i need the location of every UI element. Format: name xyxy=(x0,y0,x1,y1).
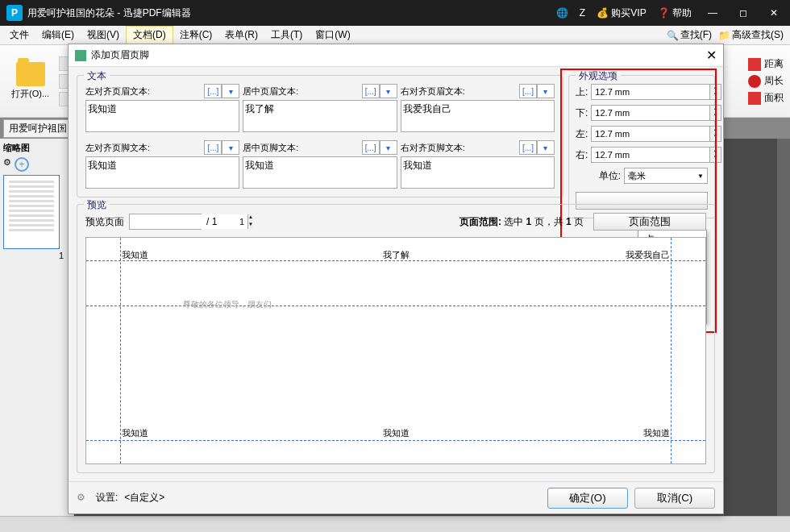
menu-file[interactable]: 文件 xyxy=(3,27,35,44)
gear-icon[interactable]: ⚙ xyxy=(3,157,11,172)
area-icon xyxy=(748,92,761,105)
insert-button-fl[interactable]: [...] xyxy=(204,140,222,155)
maximize-button[interactable]: ◻ xyxy=(734,7,753,19)
menu-edit[interactable]: 编辑(E) xyxy=(35,27,81,44)
appearance-legend: 外观选项 xyxy=(576,69,621,83)
page-range-text: 页面范围: 选中 1 页，共 1 页 xyxy=(459,215,584,229)
distance-icon xyxy=(748,58,761,71)
dialog-footer: ⚙ 设置: <自定义> 确定(O) 取消(C) xyxy=(69,481,723,513)
margin-bottom-label: 下: xyxy=(576,106,588,120)
header-center-input[interactable]: 我了解 xyxy=(243,100,397,132)
page-thumbnail[interactable] xyxy=(3,175,60,249)
insert-button-fr[interactable]: [...] xyxy=(519,140,537,155)
preview-footer-center: 我知道 xyxy=(383,427,410,439)
preview-legend: 预览 xyxy=(84,198,110,212)
scrollbar[interactable] xyxy=(777,139,790,516)
footer-center-input[interactable]: 我知道 xyxy=(243,156,397,189)
dialog-title: 添加页眉页脚 xyxy=(91,48,149,62)
menu-tools[interactable]: 工具(T) xyxy=(264,27,309,44)
unit-label: 单位: xyxy=(576,169,621,183)
header-footer-dialog: 添加页眉页脚 ✕ 文本 左对齐页眉文本:[...]▾ 我知道 居中页眉文本:[.… xyxy=(68,44,724,514)
insert-button-hc[interactable]: [...] xyxy=(362,84,380,98)
appearance-fieldset: 外观选项 上:▲▼ 下:▲▼ 左:▲▼ 右:▲▼ 单位:毫米▼ xyxy=(568,75,715,218)
menu-window[interactable]: 窗口(W) xyxy=(309,27,356,44)
preview-page-total: / 1 xyxy=(206,216,217,227)
header-right-input[interactable]: 我爱我自己 xyxy=(401,100,555,132)
preview-body-text: 尊敬的各位领导，朋友们 xyxy=(183,299,272,310)
add-page-button[interactable]: + xyxy=(15,157,29,172)
margin-bottom-input[interactable]: ▲▼ xyxy=(591,105,721,121)
insert-button-hr[interactable]: [...] xyxy=(519,84,537,98)
distance-tool[interactable]: 距离 xyxy=(748,57,784,71)
preview-page-input[interactable]: ▲▼ xyxy=(129,214,202,230)
globe-icon[interactable]: 🌐 xyxy=(556,7,568,19)
insert-arrow-hl[interactable]: ▾ xyxy=(222,84,239,98)
insert-arrow-fc[interactable]: ▾ xyxy=(380,140,397,155)
header-center-label: 居中页眉文本: xyxy=(243,85,361,98)
close-button[interactable]: ✕ xyxy=(764,7,784,19)
perimeter-tool[interactable]: 周长 xyxy=(748,74,784,88)
thumbnail-panel: 缩略图 ⚙ + 1 xyxy=(0,139,74,516)
minimize-button[interactable]: — xyxy=(703,7,722,19)
text-legend: 文本 xyxy=(84,69,110,83)
preview-header-left: 我知道 xyxy=(122,249,148,261)
preview-footer-right: 我知道 xyxy=(643,427,670,439)
insert-arrow-hr[interactable]: ▾ xyxy=(537,84,555,98)
insert-arrow-fr[interactable]: ▾ xyxy=(537,140,555,155)
insert-arrow-fl[interactable]: ▾ xyxy=(222,140,239,155)
preview-fieldset: 预览 预览页面 ▲▼ / 1 页面范围: 选中 1 页，共 1 页 页面范围 我… xyxy=(77,204,715,473)
preview-header-center: 我了解 xyxy=(383,249,410,261)
help-button[interactable]: ❓ 帮助 xyxy=(658,6,692,20)
header-left-input[interactable]: 我知道 xyxy=(85,100,239,132)
dialog-close-button[interactable]: ✕ xyxy=(706,48,717,63)
advanced-find-button[interactable]: 📁高级查找(S) xyxy=(715,28,787,42)
app-logo: P xyxy=(6,5,23,21)
margin-top-label: 上: xyxy=(576,85,588,99)
footer-left-input[interactable]: 我知道 xyxy=(85,156,239,189)
footer-left-label: 左对齐页脚文本: xyxy=(85,142,204,154)
open-button[interactable]: 打开(O)... xyxy=(6,59,54,103)
menu-comment[interactable]: 注释(C) xyxy=(173,27,219,44)
user-label[interactable]: Z xyxy=(580,7,585,19)
preview-page-label: 预览页面 xyxy=(85,215,124,229)
text-fieldset: 文本 左对齐页眉文本:[...]▾ 我知道 居中页眉文本:[...]▾ 我了解 … xyxy=(77,75,563,197)
footer-right-input[interactable]: 我知道 xyxy=(401,156,555,189)
menu-document[interactable]: 文档(D) xyxy=(126,26,173,44)
margin-top-input[interactable]: ▲▼ xyxy=(591,84,721,100)
menubar: 文件 编辑(E) 视图(V) 文档(D) 注释(C) 表单(R) 工具(T) 窗… xyxy=(0,26,790,45)
insert-button-fc[interactable]: [...] xyxy=(362,140,380,155)
thumbnail-title: 缩略图 xyxy=(3,142,70,154)
perimeter-icon xyxy=(748,75,761,88)
window-title: 用爱呵护祖国的花朵 - 迅捷PDF编辑器 xyxy=(27,6,556,20)
header-left-label: 左对齐页眉文本: xyxy=(85,85,204,98)
thumbnail-page-number: 1 xyxy=(3,251,70,260)
preview-footer-left: 我知道 xyxy=(122,427,148,439)
insert-arrow-hc[interactable]: ▾ xyxy=(380,84,397,98)
margin-right-input[interactable]: ▲▼ xyxy=(591,147,721,163)
find-button[interactable]: 🔍查找(F) xyxy=(663,28,715,42)
titlebar: P 用爱呵护祖国的花朵 - 迅捷PDF编辑器 🌐 Z 💰 购买VIP ❓ 帮助 … xyxy=(0,0,790,26)
menu-form[interactable]: 表单(R) xyxy=(218,27,264,44)
area-tool[interactable]: 面积 xyxy=(748,91,784,105)
margin-left-label: 左: xyxy=(576,127,588,141)
gear-icon[interactable]: ⚙ xyxy=(77,492,89,505)
footer-right-label: 右对齐页脚文本: xyxy=(401,142,519,154)
preview-header-right: 我爱我自己 xyxy=(626,249,670,261)
dialog-icon xyxy=(75,50,86,61)
page-range-button[interactable]: 页面范围 xyxy=(593,213,706,231)
margin-left-input[interactable]: ▲▼ xyxy=(591,126,721,142)
status-bar xyxy=(0,516,790,532)
cancel-button[interactable]: 取消(C) xyxy=(634,488,715,509)
vip-button[interactable]: 💰 购买VIP xyxy=(597,6,647,20)
folder-icon xyxy=(16,62,45,86)
ok-button[interactable]: 确定(O) xyxy=(547,488,628,509)
settings-value: <自定义> xyxy=(124,491,164,505)
menu-view[interactable]: 视图(V) xyxy=(81,27,126,44)
dialog-titlebar: 添加页眉页脚 ✕ xyxy=(69,44,723,67)
insert-button-hl[interactable]: [...] xyxy=(204,84,222,98)
settings-label: 设置: xyxy=(96,491,118,505)
footer-center-label: 居中页脚文本: xyxy=(243,142,361,154)
preview-page: 我知道 我了解 我爱我自己 尊敬的各位领导，朋友们 我知道 我知道 我知道 xyxy=(85,237,706,464)
margin-right-label: 右: xyxy=(576,148,588,162)
unit-select[interactable]: 毫米▼ xyxy=(624,168,708,184)
